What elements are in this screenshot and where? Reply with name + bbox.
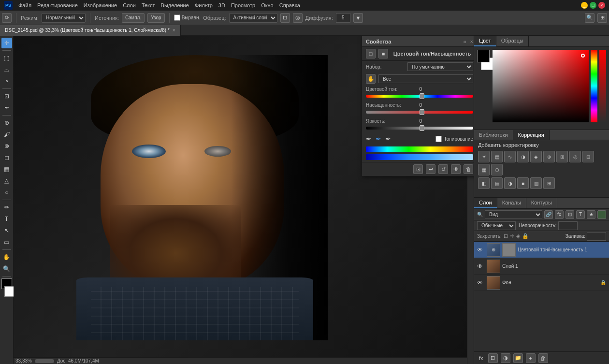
layer-filter-select[interactable]: Вид xyxy=(485,210,542,219)
layer-effect-btn[interactable]: fx xyxy=(555,210,564,219)
canvas-scrollbar-horizontal[interactable]: 33,33% Дос: 46,0М/107,4М xyxy=(14,357,467,364)
lasso-tool[interactable]: ⌓ xyxy=(1,64,12,75)
channelmix-icon[interactable]: ⊟ xyxy=(582,151,594,162)
menu-layers[interactable]: Слои xyxy=(123,2,136,8)
align-checkbox[interactable]: Выравн. xyxy=(174,15,201,21)
selection-tool[interactable]: ⬚ xyxy=(1,53,12,63)
posterize-icon[interactable]: ▤ xyxy=(491,177,503,189)
healing-tool[interactable]: ⊕ xyxy=(1,117,12,128)
eyedrop-btn3[interactable]: ✒ xyxy=(385,135,391,143)
layer-item-2[interactable]: 👁 Фон 🔒 xyxy=(474,275,609,291)
blur-tool[interactable]: △ xyxy=(1,175,12,186)
huesaturation-icon[interactable]: ⊕ xyxy=(543,151,555,162)
lock-pixels-btn[interactable]: ⊡ xyxy=(504,233,508,239)
pattern-button[interactable]: Узор xyxy=(147,13,164,23)
lock-all-btn[interactable]: 🔒 xyxy=(522,233,529,239)
tab-close-button[interactable]: × xyxy=(173,28,175,33)
menu-select[interactable]: Выделение xyxy=(161,2,189,8)
add-group-button[interactable]: 📁 xyxy=(513,353,523,363)
photofilter-icon[interactable]: ◎ xyxy=(569,151,581,162)
layer-link-btn[interactable]: 🔗 xyxy=(544,210,553,219)
dodge-tool[interactable]: ○ xyxy=(1,187,12,198)
brightness-icon[interactable]: ☀ xyxy=(478,151,490,162)
invert-icon[interactable]: ◑ xyxy=(504,177,516,189)
menu-filter[interactable]: Фильтр xyxy=(195,2,213,8)
corrections-tab[interactable]: Коррекция xyxy=(513,130,550,140)
brush-tool[interactable]: 🖌 xyxy=(1,129,12,140)
light-thumb[interactable] xyxy=(420,125,424,131)
zoom-tool[interactable]: 🔍 xyxy=(1,263,12,274)
reset-btn[interactable]: ↺ xyxy=(438,164,448,174)
diffusion-arrow[interactable]: ▼ xyxy=(353,13,363,23)
hue-slider[interactable] xyxy=(366,93,473,99)
layers-tab[interactable]: Слои xyxy=(474,198,497,208)
move-tool[interactable]: ✛ xyxy=(1,38,12,48)
eyedropper-tool[interactable]: ✒ xyxy=(1,102,12,113)
menu-edit[interactable]: Редактирование xyxy=(37,2,78,8)
preset-select[interactable]: По умолчанию xyxy=(407,62,473,71)
collapse-props-button[interactable]: « xyxy=(463,39,466,44)
fx-button[interactable]: fx xyxy=(477,354,485,362)
delete-layer-button[interactable]: 🗑 xyxy=(538,353,548,363)
prev-state-btn[interactable]: ↩ xyxy=(426,164,435,174)
lock-artboard-btn[interactable]: ◈ xyxy=(516,233,520,239)
props-mask-icon[interactable]: □ xyxy=(366,49,376,58)
close-button[interactable]: × xyxy=(598,2,605,9)
delete-btn[interactable]: 🗑 xyxy=(464,164,473,174)
maximize-panel-icon[interactable]: ⊞ xyxy=(597,13,607,23)
text-tool[interactable]: T xyxy=(1,214,12,224)
channel-select[interactable]: Все xyxy=(378,74,473,83)
mode-select[interactable]: Нормальный xyxy=(42,13,86,23)
layer-eye-0[interactable]: 👁 xyxy=(477,247,485,253)
levels-icon[interactable]: ▤ xyxy=(491,151,503,162)
patternfill-icon[interactable]: ⊞ xyxy=(543,177,555,189)
foreground-swatch[interactable] xyxy=(477,50,490,62)
add-mask-button[interactable]: ⊡ xyxy=(488,353,498,363)
opacity-input[interactable]: 100% xyxy=(558,221,578,230)
diffusion-input[interactable] xyxy=(336,13,350,23)
search-icon[interactable]: 🔍 xyxy=(585,13,594,23)
layer-eye-1[interactable]: 👁 xyxy=(477,263,485,270)
selectivecolor-icon[interactable]: ⬡ xyxy=(491,164,503,175)
layer-item-1[interactable]: 👁 Слой 1 xyxy=(474,258,609,275)
libraries-tab[interactable]: Библиотеки xyxy=(474,130,513,140)
menu-text[interactable]: Текст xyxy=(142,2,155,8)
hand-tool[interactable]: ✋ xyxy=(1,252,12,262)
shape-tool[interactable]: ▭ xyxy=(1,237,12,248)
blend-mode-select[interactable]: Обычные xyxy=(477,221,516,230)
layer-item-0[interactable]: 👁 ⊕ Цветовой тон/Насыщенность 1 xyxy=(474,242,609,258)
saturation-slider[interactable] xyxy=(366,109,473,115)
solidcolor-icon[interactable]: ■ xyxy=(517,177,529,189)
maximize-button[interactable]: □ xyxy=(590,2,596,9)
alpha-slider[interactable] xyxy=(599,50,606,122)
menu-window[interactable]: Окно xyxy=(261,2,274,8)
colorize-checkbox[interactable] xyxy=(435,136,442,142)
channels-tab[interactable]: Каналы xyxy=(497,198,526,208)
quick-select-tool[interactable]: ⚬ xyxy=(1,76,12,87)
menu-help[interactable]: Справка xyxy=(279,2,300,8)
lock-position-btn[interactable]: ✛ xyxy=(510,233,514,239)
fill-input[interactable]: 100% xyxy=(587,232,606,241)
align-check[interactable] xyxy=(174,15,180,21)
vibrance-icon[interactable]: ◈ xyxy=(530,151,542,162)
color-gradient[interactable] xyxy=(493,50,589,122)
layer-text-btn[interactable]: T xyxy=(576,210,585,219)
menu-3d[interactable]: 3D xyxy=(218,2,225,8)
clip-layer-btn[interactable]: ⊡ xyxy=(413,164,423,174)
eraser-tool[interactable]: ◻ xyxy=(1,152,12,163)
menu-view[interactable]: Просмотр xyxy=(231,2,255,8)
exposure-icon[interactable]: ◑ xyxy=(517,151,529,162)
document-tab[interactable]: DSC_2145.psd @ 33,3% (Цветовой тон/Насыщ… xyxy=(0,25,181,36)
props-pixel-icon[interactable]: ■ xyxy=(378,49,388,58)
crop-tool[interactable]: ⊡ xyxy=(1,91,12,102)
layer-smart-btn[interactable]: ★ xyxy=(587,210,595,219)
threshold-icon[interactable]: ◧ xyxy=(478,177,490,189)
paths-tab[interactable]: Контуры xyxy=(526,198,557,208)
clone-tool[interactable]: ⊗ xyxy=(1,141,12,151)
color-tab[interactable]: Цвет xyxy=(474,36,496,46)
channel-icon[interactable]: ✋ xyxy=(366,74,376,84)
menu-file[interactable]: Файл xyxy=(18,2,31,8)
sat-thumb[interactable] xyxy=(420,109,424,115)
layer-eye-2[interactable]: 👁 xyxy=(477,279,485,286)
gradientfill-icon[interactable]: ▨ xyxy=(530,177,542,189)
